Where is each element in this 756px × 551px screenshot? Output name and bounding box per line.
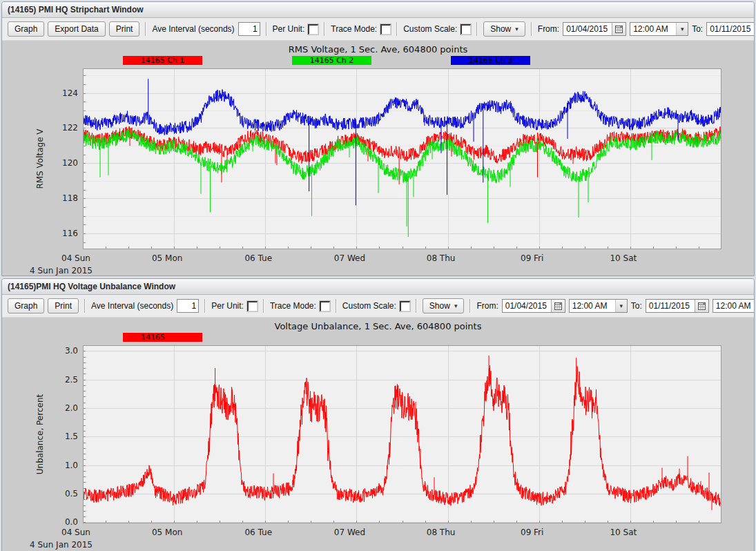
show-dropdown-button[interactable]: Show ▾ [483,21,525,37]
per-unit-checkbox[interactable] [247,301,258,311]
unbalance-chart-area: Voltage Unbalance, 1 Sec. Ave, 604800 po… [2,318,754,551]
from-label: From: [538,24,559,34]
rms-voltage-plot[interactable] [83,68,721,249]
custom-scale-checkbox[interactable] [461,24,471,35]
to-time-value: 12:00 AM [713,301,754,311]
to-time-select[interactable]: 12:00 AM ▾ [713,299,754,313]
show-label: Show [490,24,511,34]
chevron-down-icon[interactable]: ▾ [676,23,688,35]
trace-mode-label: Trace Mode: [331,24,377,34]
unbalance-plot[interactable] [83,345,721,523]
x-axis-footer-label: 4 Sun Jan 2015 [30,266,93,276]
trace-mode-checkbox[interactable] [320,301,330,311]
toolbar-separator [145,22,146,36]
calendar-icon [698,302,706,310]
y-tick-label: 0.0 [2,516,78,528]
custom-scale-label: Custom Scale: [403,24,457,34]
window-title: (14165) PMI HQ Stripchart Window [8,5,144,14]
toolbar-separator [416,299,417,313]
custom-scale-label: Custom Scale: [342,301,396,311]
graph-button[interactable]: Graph [8,298,44,313]
toolbar-separator [263,299,264,313]
print-button[interactable]: Print [109,21,140,37]
show-label: Show [429,301,450,311]
chart-title: RMS Voltage, 1 Sec. Ave, 604800 points [2,44,754,55]
window-title: (14165)PMI HQ Voltage Unbalance Window [8,282,175,291]
x-tick-label: 10 Sat [589,528,658,537]
from-calendar-button[interactable] [612,23,626,35]
x-tick-label: 10 Sat [589,253,658,263]
y-tick-label: 118 [2,193,78,204]
from-time-value: 12:00 AM [570,301,615,311]
per-unit-label: Per Unit: [211,301,244,311]
x-tick-label: 06 Tue [224,528,293,537]
show-dropdown-button[interactable]: Show ▾ [423,298,465,313]
to-date-field[interactable]: 01/11/2015 [706,22,754,36]
x-tick-label: 07 Wed [315,528,384,537]
chevron-down-icon[interactable]: ▾ [615,300,627,312]
per-unit-checkbox[interactable] [308,24,318,35]
to-label: To: [692,24,703,34]
stripchart-titlebar[interactable]: (14165) PMI HQ Stripchart Window [2,2,754,18]
chevron-down-icon: ▾ [515,26,518,32]
x-tick-label: 05 Mon [133,528,202,537]
y-axis-label: Unbalance, Percent [35,394,45,474]
x-tick-label: 07 Wed [315,253,384,263]
y-tick-label: 116 [2,228,78,239]
x-tick-label: 05 Mon [133,253,202,263]
trace-mode-checkbox[interactable] [380,24,391,35]
from-time-value: 12:00 AM [630,24,676,34]
from-date-field[interactable]: 01/04/2015 [563,22,626,36]
print-button[interactable]: Print [48,298,79,313]
from-time-select[interactable]: 12:00 AM ▾ [569,299,628,313]
y-tick-label: 3.0 [2,345,78,356]
stripchart-toolbar: Graph Export Data Print Ave Interval (se… [2,18,754,41]
custom-scale-checkbox[interactable] [400,301,410,311]
calendar-icon [615,26,623,33]
voltage-unbalance-window: (14165)PMI HQ Voltage Unbalance Window G… [1,278,755,551]
from-label: From: [476,301,498,311]
x-tick-label: 08 Thu [407,528,476,537]
from-date-value: 01/04/2015 [563,24,612,34]
graph-button[interactable]: Graph [8,21,44,37]
to-date-field[interactable]: 01/11/2015 [646,299,709,313]
export-data-button[interactable]: Export Data [48,21,105,37]
from-time-select[interactable]: 12:00 AM ▾ [630,22,688,36]
ave-interval-input[interactable] [177,299,199,313]
to-calendar-button[interactable] [695,300,708,312]
to-date-value: 01/11/2015 [646,301,695,311]
y-tick-label: 124 [2,88,78,99]
stripchart-window: (14165) PMI HQ Stripchart Window Graph E… [1,1,755,276]
ave-interval-label: Ave Interval (seconds) [152,24,234,34]
legend-item: 14165 Ch 1 [123,56,202,65]
unbalance-toolbar: Graph Print Ave Interval (seconds) Per U… [2,295,754,318]
rms-voltage-chart-area: RMS Voltage, 1 Sec. Ave, 604800 points 1… [2,41,754,276]
ave-interval-label: Ave Interval (seconds) [91,301,173,311]
trace-mode-label: Trace Mode: [270,301,316,311]
x-tick-label: 04 Sun [41,253,110,263]
toolbar-separator [266,22,267,36]
chevron-down-icon: ▾ [454,302,458,309]
from-date-field[interactable]: 01/04/2015 [502,299,565,313]
x-tick-label: 04 Sun [41,528,110,537]
to-date-value: 01/11/2015 [707,24,754,34]
x-tick-label: 08 Thu [407,253,476,263]
to-label: To: [631,301,642,311]
per-unit-label: Per Unit: [273,24,305,34]
calendar-icon [554,302,562,310]
y-tick-label: 0.5 [2,488,78,499]
toolbar-separator [324,22,325,36]
from-calendar-button[interactable] [551,300,565,312]
y-tick-label: 2.5 [2,374,78,385]
toolbar-separator [336,299,337,313]
desktop: (14165) PMI HQ Stripchart Window Graph E… [0,0,756,551]
toolbar-separator [204,299,206,313]
chart-title: Voltage Unbalance, 1 Sec. Ave, 604800 po… [2,321,754,331]
ave-interval-input[interactable] [238,22,260,36]
y-axis-label: RMS Voltage V [35,128,45,188]
toolbar-separator [469,299,471,313]
unbalance-titlebar[interactable]: (14165)PMI HQ Voltage Unbalance Window [2,279,754,295]
legend-item: 14165 Ch 2 [292,56,371,65]
x-tick-label: 09 Fri [498,253,567,263]
x-tick-label: 06 Tue [224,253,293,263]
